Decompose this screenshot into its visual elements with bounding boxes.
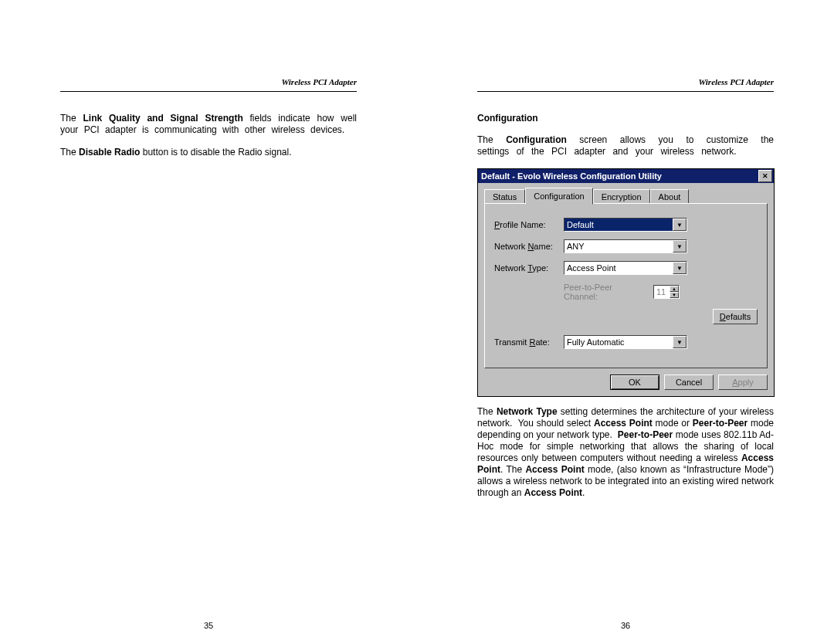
header-rule [477,91,774,92]
header-rule [60,91,357,92]
combo-value: Default [564,219,673,231]
chevron-down-icon[interactable]: ▼ [673,262,687,274]
tab-status[interactable]: Status [484,189,525,204]
button-label: OK [629,378,641,387]
section-heading: Configuration [477,113,774,124]
page-content: The Link Quality and Signal Strength fie… [60,113,357,158]
network-type-combo[interactable]: Access Point ▼ [564,261,687,275]
paragraph: The Disable Radio button is to disable t… [60,147,357,158]
button-label: Apply [732,378,754,387]
spinner-arrows: ▲ ▼ [670,286,679,298]
chevron-down-icon[interactable]: ▼ [673,336,687,348]
row-transmit-rate: Transmit Rate: Fully Automatic ▼ [494,335,758,349]
text: button is to disable the Radio signal. [140,147,291,158]
text: The [60,113,83,124]
p2p-channel-spinner: 11 ▲ ▼ [653,285,680,299]
text: The [60,147,79,158]
combo-value: ANY [564,240,673,253]
page-number: 36 [417,621,834,630]
paragraph: The Configuration screen allows you to c… [477,134,774,158]
config-dialog: Default - Evolo Wireless Configuration U… [477,168,775,397]
page-left: Wireless PCI Adapter The Link Quality an… [0,0,417,644]
combo-value: Fully Automatic [564,336,673,348]
running-header: Wireless PCI Adapter [281,77,357,86]
tab-strip: Status Configuration Encryption About [484,188,768,203]
row-profile-name: Profile Name: Default ▼ [494,218,758,232]
bold-text: Link Quality and Signal Strength [83,113,242,124]
apply-button[interactable]: Apply [718,375,768,390]
label-network-name: Network Name: [494,242,564,251]
label-transmit-rate: Transmit Rate: [494,337,564,347]
paragraph: The Link Quality and Signal Strength fie… [60,113,357,136]
tab-panel: Profile Name: Default ▼ Network Name: AN… [484,203,768,368]
chevron-down-icon[interactable]: ▼ [673,240,687,253]
tab-encryption[interactable]: Encryption [593,189,650,204]
profile-name-combo[interactable]: Default ▼ [564,218,687,232]
running-header: Wireless PCI Adapter [698,77,774,86]
titlebar: Default - Evolo Wireless Configuration U… [478,169,774,183]
cancel-button[interactable]: Cancel [664,375,714,390]
close-button[interactable]: ✕ [758,170,772,182]
transmit-rate-combo[interactable]: Fully Automatic ▼ [564,335,687,349]
label-network-type: Network Type: [494,263,564,273]
tab-configuration[interactable]: Configuration [525,188,592,205]
page-right: Wireless PCI Adapter Configuration The C… [417,0,834,644]
row-p2p-channel: Peer-to-Peer Channel: 11 ▲ ▼ [494,283,758,301]
close-icon: ✕ [762,173,768,180]
label-profile-name: Profile Name: [494,220,564,229]
chevron-down-icon: ▼ [670,292,679,298]
tab-about[interactable]: About [650,189,690,204]
chevron-up-icon: ▲ [670,286,679,292]
row-network-name: Network Name: ANY ▼ [494,239,758,253]
dialog-actions: OK Cancel Apply [484,375,768,390]
chevron-down-icon[interactable]: ▼ [673,219,687,231]
button-label: Cancel [676,378,702,387]
page-number: 35 [0,621,417,630]
network-name-combo[interactable]: ANY ▼ [564,239,687,253]
paragraph: The Network Type setting determines the … [477,406,774,499]
bold-text: Disable Radio [79,147,140,158]
spinner-value: 11 [654,286,670,298]
ok-button[interactable]: OK [610,375,659,390]
defaults-row: Defaults [494,309,758,324]
page-content: Configuration The Configuration screen a… [477,113,774,499]
label-p2p-channel: Peer-to-Peer Channel: [564,283,649,301]
combo-value: Access Point [564,262,673,274]
defaults-button[interactable]: Defaults [713,309,758,324]
row-network-type: Network Type: Access Point ▼ [494,261,758,275]
window-title: Default - Evolo Wireless Configuration U… [481,171,757,181]
button-label: Defaults [720,312,751,321]
dialog-body: Status Configuration Encryption About Pr… [478,183,774,396]
document-spread: Wireless PCI Adapter The Link Quality an… [0,0,834,644]
